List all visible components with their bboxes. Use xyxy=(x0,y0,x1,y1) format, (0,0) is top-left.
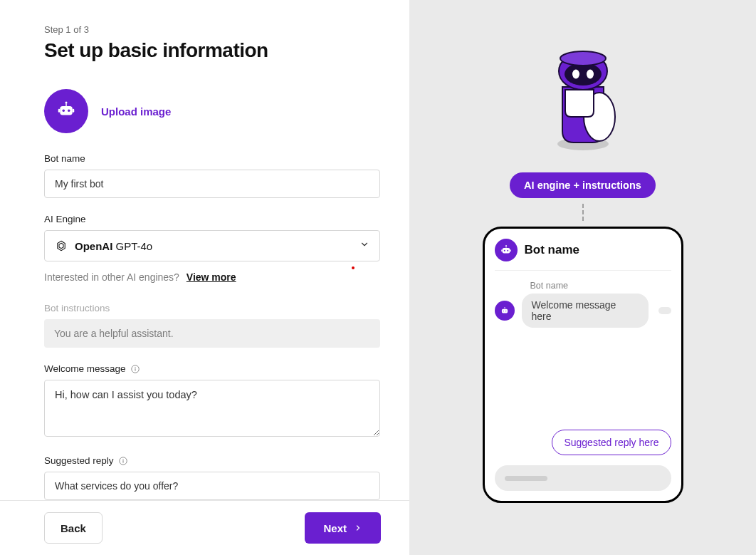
preview-input-placeholder xyxy=(495,465,671,491)
connector-line xyxy=(582,204,584,221)
svg-marker-8 xyxy=(59,243,63,249)
welcome-message-textarea[interactable] xyxy=(44,380,380,437)
preview-welcome-row: Welcome message here xyxy=(495,294,671,328)
svg-rect-13 xyxy=(122,460,123,463)
svg-point-21 xyxy=(560,51,606,66)
suggested-reply-label: Suggested reply xyxy=(44,455,380,466)
step-indicator: Step 1 of 3 xyxy=(44,24,380,35)
openai-icon xyxy=(55,239,68,252)
chevron-down-icon xyxy=(359,239,369,252)
ai-engine-label: AI Engine xyxy=(44,214,380,224)
svg-rect-3 xyxy=(58,109,61,113)
svg-rect-24 xyxy=(502,248,510,254)
ai-engine-field: AI Engine OpenAI GPT-4o xyxy=(44,214,380,283)
placeholder-line xyxy=(505,476,547,481)
svg-point-5 xyxy=(63,110,65,113)
back-button[interactable]: Back xyxy=(44,512,103,544)
svg-rect-33 xyxy=(504,308,505,308)
svg-point-20 xyxy=(587,70,594,79)
footer-bar: Back Next xyxy=(0,500,409,555)
bot-instructions-field: Bot instructions You are a helpful assis… xyxy=(44,303,380,348)
indicator-dot xyxy=(352,266,355,269)
svg-point-0 xyxy=(65,102,68,104)
info-icon[interactable] xyxy=(130,364,140,374)
bot-instructions-value: You are a helpful assistant. xyxy=(44,319,380,348)
robot-icon xyxy=(56,99,77,123)
robot-illustration xyxy=(537,37,629,154)
preview-bot-avatar xyxy=(495,239,518,261)
preview-suggested-bubble: Suggested reply here xyxy=(552,430,671,455)
svg-point-19 xyxy=(572,70,579,79)
suggested-reply-field: Suggested reply xyxy=(44,455,380,500)
svg-rect-25 xyxy=(501,249,503,251)
svg-rect-10 xyxy=(135,368,135,371)
bot-instructions-label: Bot instructions xyxy=(44,303,380,313)
typing-indicator xyxy=(658,307,671,314)
ai-engine-note: Interested in other AI engines? View mor… xyxy=(44,271,380,283)
engine-pill: AI engine + instructions xyxy=(510,172,656,198)
svg-point-28 xyxy=(507,250,508,251)
bot-name-label: Bot name xyxy=(44,153,380,164)
ai-engine-select[interactable]: OpenAI GPT-4o xyxy=(44,230,380,261)
svg-marker-7 xyxy=(58,241,65,251)
bot-avatar-placeholder[interactable] xyxy=(44,89,88,133)
bot-name-field: Bot name xyxy=(44,153,380,198)
preview-welcome-bubble: Welcome message here xyxy=(522,294,649,328)
page-title: Set up basic information xyxy=(44,39,380,62)
bot-name-input[interactable] xyxy=(44,170,380,198)
svg-rect-26 xyxy=(510,249,511,251)
upload-row: Upload image xyxy=(44,89,380,133)
ai-engine-value: OpenAI GPT-4o xyxy=(75,240,152,252)
next-button[interactable]: Next xyxy=(305,512,381,544)
suggested-reply-input[interactable] xyxy=(44,472,380,500)
svg-point-14 xyxy=(122,459,123,460)
svg-point-31 xyxy=(505,311,506,311)
svg-rect-29 xyxy=(501,309,507,313)
svg-point-27 xyxy=(503,250,505,251)
svg-rect-4 xyxy=(73,109,75,113)
chevron-right-icon xyxy=(354,522,362,534)
svg-rect-2 xyxy=(60,106,73,115)
preview-header: Bot name xyxy=(495,239,671,271)
preview-title: Bot name xyxy=(525,243,579,257)
svg-rect-1 xyxy=(65,103,67,106)
welcome-message-label: Welcome message xyxy=(44,363,380,374)
svg-rect-23 xyxy=(505,247,506,248)
info-icon[interactable] xyxy=(118,456,128,466)
svg-point-22 xyxy=(505,245,507,247)
welcome-message-field: Welcome message xyxy=(44,363,380,440)
svg-point-30 xyxy=(503,311,503,311)
upload-image-link[interactable]: Upload image xyxy=(101,105,171,118)
chat-preview-card: Bot name Bot name Welcome message here S… xyxy=(483,227,683,503)
preview-msg-avatar xyxy=(495,301,515,321)
preview-panel: AI engine + instructions Bot name Bot na… xyxy=(409,0,756,555)
view-more-link[interactable]: View more xyxy=(187,271,236,283)
preview-sender-label: Bot name xyxy=(530,281,671,291)
svg-point-11 xyxy=(135,367,135,368)
svg-point-6 xyxy=(68,110,70,113)
